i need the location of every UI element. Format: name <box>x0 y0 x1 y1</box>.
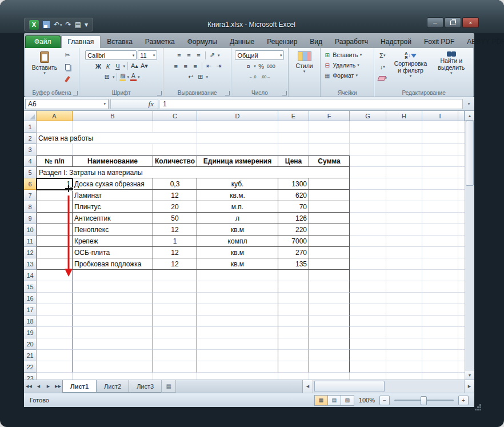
row-header-23[interactable]: 23 <box>24 373 37 380</box>
align-right-icon[interactable]: ≡ <box>191 62 199 70</box>
format-painter-icon[interactable] <box>61 74 74 85</box>
cell-A7[interactable] <box>37 190 73 201</box>
column-header-D[interactable]: D <box>197 111 278 121</box>
undo-icon[interactable]: ↶▾ <box>54 21 62 28</box>
insert-worksheet-button[interactable]: ▦ <box>161 380 176 393</box>
view-page-layout-button[interactable]: ▤ <box>327 395 341 406</box>
fill-icon[interactable]: ↓▾ <box>376 61 389 72</box>
cell-C22[interactable] <box>153 361 197 373</box>
cell-F1[interactable] <box>309 121 350 133</box>
cell-G12[interactable] <box>350 247 386 258</box>
cell-I2[interactable] <box>422 133 458 144</box>
cell-A16[interactable] <box>37 293 73 304</box>
cell-I10[interactable] <box>422 224 458 236</box>
copy-icon[interactable] <box>61 62 74 73</box>
cell-I20[interactable] <box>422 338 458 350</box>
ribbon-tab-Вид[interactable]: Вид <box>303 36 329 48</box>
cell-E19[interactable] <box>278 327 309 338</box>
cell-G20[interactable] <box>350 338 386 350</box>
orientation-caret-icon[interactable]: ▾ <box>218 53 220 58</box>
cell-B23[interactable] <box>73 373 153 380</box>
row-header-8[interactable]: 8 <box>24 201 37 213</box>
cell-C15[interactable] <box>153 281 197 293</box>
cell-H1[interactable] <box>386 121 422 133</box>
cell-G15[interactable] <box>350 281 386 293</box>
font-color-caret-icon[interactable]: ▾ <box>138 75 140 79</box>
zoom-slider[interactable] <box>394 400 454 401</box>
cell-D15[interactable] <box>197 281 278 293</box>
save-icon[interactable] <box>42 21 50 29</box>
cell-A2[interactable]: Смета на работы <box>37 133 197 144</box>
zoom-slider-thumb[interactable] <box>421 396 427 405</box>
cell-H21[interactable] <box>386 350 422 361</box>
qat-customize-caret-icon[interactable]: ▾ <box>85 21 88 28</box>
clipboard-dialog-launcher-icon[interactable] <box>73 91 78 95</box>
cell-F16[interactable] <box>309 293 350 304</box>
cell-E1[interactable] <box>278 121 309 133</box>
cell-A3[interactable] <box>37 144 73 155</box>
cell-H12[interactable] <box>386 247 422 258</box>
cell-C9[interactable]: 50 <box>153 213 197 224</box>
cell-H13[interactable] <box>386 258 422 270</box>
cell-B19[interactable] <box>73 327 153 338</box>
cell-G8[interactable] <box>350 201 386 213</box>
cell-F19[interactable] <box>309 327 350 338</box>
underline-button[interactable]: Ч <box>113 62 122 70</box>
cell-I9[interactable] <box>422 213 458 224</box>
cell-D2[interactable] <box>197 133 278 144</box>
zoom-level[interactable]: 100% <box>359 397 375 404</box>
cell-A17[interactable] <box>37 304 73 316</box>
column-header-G[interactable]: G <box>350 111 386 121</box>
cell-D3[interactable] <box>197 144 278 155</box>
cell-E20[interactable] <box>278 338 309 350</box>
scroll-left-icon[interactable]: ◀ <box>303 380 313 393</box>
currency-format-icon[interactable]: ¤ <box>244 62 253 70</box>
row-header-19[interactable]: 19 <box>24 327 37 338</box>
cell-F18[interactable] <box>309 316 350 327</box>
clear-icon[interactable]: ▾ <box>376 73 389 83</box>
view-normal-button[interactable]: ▦ <box>314 395 328 406</box>
font-name-select[interactable]: Calibri▾ <box>85 50 137 60</box>
cell-A12[interactable] <box>37 247 73 258</box>
borders-caret-icon[interactable]: ▾ <box>113 75 115 79</box>
cell-G7[interactable] <box>350 190 386 201</box>
cell-C14[interactable] <box>153 270 197 281</box>
cell-I23[interactable] <box>422 373 458 380</box>
wrap-text-icon[interactable]: ↩ <box>186 73 195 81</box>
row-header-12[interactable]: 12 <box>24 247 37 258</box>
cell-B11[interactable]: Крепеж <box>73 236 153 247</box>
cell-H17[interactable] <box>386 304 422 316</box>
cell-A10[interactable] <box>37 224 73 236</box>
cell-A14[interactable] <box>37 270 73 281</box>
cell-G4[interactable] <box>350 155 386 167</box>
cell-D20[interactable] <box>197 338 278 350</box>
cell-F4[interactable]: Сумма <box>309 155 350 167</box>
cell-G9[interactable] <box>350 213 386 224</box>
cell-H8[interactable] <box>386 201 422 213</box>
cell-H11[interactable] <box>386 236 422 247</box>
orientation-icon[interactable]: ⇗ <box>208 51 217 59</box>
cell-D7[interactable]: кв.м. <box>197 190 278 201</box>
cell-C8[interactable]: 20 <box>153 201 197 213</box>
cell-H15[interactable] <box>386 281 422 293</box>
cell-C21[interactable] <box>153 350 197 361</box>
cell-H16[interactable] <box>386 293 422 304</box>
cell-G19[interactable] <box>350 327 386 338</box>
grow-font-button[interactable]: А▴ <box>130 62 139 70</box>
cell-H10[interactable] <box>386 224 422 236</box>
row-header-9[interactable]: 9 <box>24 213 37 224</box>
ribbon-tab-Разметка[interactable]: Разметка <box>139 36 181 48</box>
row-header-11[interactable]: 11 <box>24 236 37 247</box>
cell-A15[interactable] <box>37 281 73 293</box>
cell-A9[interactable] <box>37 213 73 224</box>
cell-B21[interactable] <box>73 350 153 361</box>
cell-I12[interactable] <box>422 247 458 258</box>
cell-H14[interactable] <box>386 270 422 281</box>
cell-F17[interactable] <box>309 304 350 316</box>
alignment-dialog-launcher-icon[interactable] <box>225 91 230 95</box>
cell-F2[interactable] <box>309 133 350 144</box>
cell-F7[interactable] <box>309 190 350 201</box>
sheet-tab-Лист3[interactable]: Лист3 <box>129 380 162 393</box>
scroll-up-icon[interactable]: ▲ <box>465 111 474 121</box>
increase-indent-icon[interactable]: ⇥ <box>214 62 223 70</box>
